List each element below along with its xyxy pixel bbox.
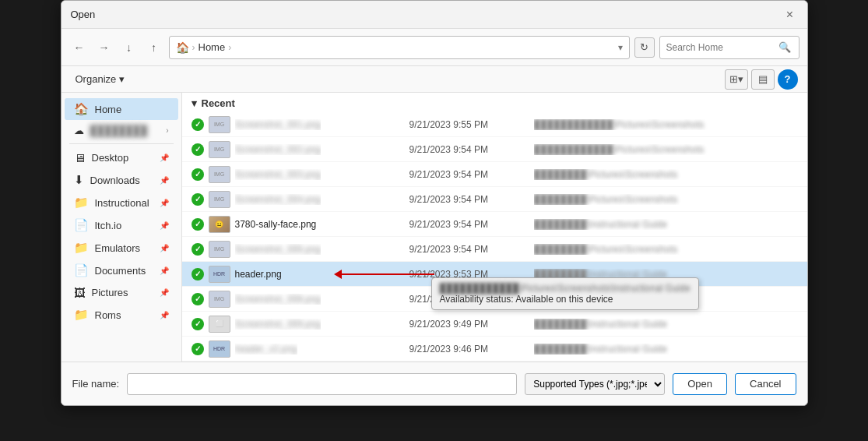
up-button[interactable]: ↑ bbox=[144, 37, 164, 58]
table-row[interactable]: IMG Screenshot_003.png 9/21/2023 9:54 PM… bbox=[182, 162, 807, 187]
table-row[interactable]: ⬜ Screenshot_009.png 9/21/2023 9:49 PM █… bbox=[182, 312, 807, 337]
recent-locations-button[interactable]: ↓ bbox=[119, 37, 139, 58]
pin-icon-desktop: 📌 bbox=[160, 153, 169, 162]
file-path: ████████\nshots bbox=[534, 294, 798, 305]
file-thumbnail: IMG bbox=[209, 241, 230, 258]
sidebar-item-cloud[interactable]: ☁ ████████ › bbox=[65, 121, 178, 140]
table-row[interactable]: IMG Screenshot_001.png 9/21/2023 9:55 PM… bbox=[182, 112, 807, 137]
file-path: ████████████\Pictures\Screenshots bbox=[534, 144, 798, 155]
file-list[interactable]: ▾ Recent IMG Screenshot_001.png 9/21/202… bbox=[182, 93, 807, 362]
file-thumbnail: ⬜ bbox=[209, 316, 230, 333]
file-thumbnail: IMG bbox=[209, 291, 230, 308]
file-path: ████████\Pictures\Screenshots bbox=[534, 244, 798, 255]
sidebar-label-desktop: Desktop bbox=[92, 152, 129, 164]
section-label: Recent bbox=[202, 97, 235, 109]
file-name: 3780-sally-face.png bbox=[235, 219, 317, 230]
sync-status-icon bbox=[192, 193, 204, 206]
filename-label: File name: bbox=[72, 378, 120, 390]
sidebar-item-home[interactable]: 🏠 Home bbox=[65, 98, 178, 120]
section-chevron-icon: ▾ bbox=[192, 97, 197, 109]
table-row[interactable]: IMG Screenshot_004.png 9/21/2023 9:54 PM… bbox=[182, 187, 807, 212]
sidebar-item-documents[interactable]: 📄 Documents 📌 bbox=[65, 259, 178, 281]
pin-icon-pictures: 📌 bbox=[160, 288, 169, 297]
sidebar-item-roms[interactable]: 📁 Roms 📌 bbox=[65, 304, 178, 326]
pane-button[interactable]: ▤ bbox=[751, 69, 775, 90]
file-thumbnail: IMG bbox=[209, 116, 230, 133]
pictures-icon: 🖼 bbox=[74, 286, 86, 299]
table-row[interactable]: 😐 3780-sally-face.png 9/21/2023 9:54 PM … bbox=[182, 212, 807, 237]
help-button[interactable]: ? bbox=[778, 69, 798, 90]
expand-chevron: › bbox=[166, 126, 168, 135]
file-icon-area: IMG Screenshot_008.png bbox=[192, 291, 409, 308]
sync-status-icon bbox=[192, 293, 204, 305]
sidebar-item-desktop[interactable]: 🖥 Desktop 📌 bbox=[65, 147, 178, 168]
organize-chevron-icon: ▾ bbox=[119, 73, 125, 85]
file-date: 9/21/2023 9:46 PM bbox=[409, 344, 534, 355]
view-icon: ⊞ bbox=[729, 73, 738, 85]
organize-button[interactable]: Organize ▾ bbox=[71, 71, 130, 87]
file-path: ████████\Pictures\Screenshots bbox=[534, 169, 798, 180]
file-thumbnail: IMG bbox=[209, 191, 230, 208]
sidebar-item-itch[interactable]: 📄 Itch.io 📌 bbox=[65, 214, 178, 236]
filetype-select[interactable]: Supported Types (*.jpg;*.jpeg;*. bbox=[525, 373, 665, 395]
address-dropdown-icon[interactable]: ▾ bbox=[618, 42, 623, 53]
file-date: 9/21/2023 9:54 PM bbox=[409, 169, 534, 180]
file-path: ████████████\Pictures\Screenshots bbox=[534, 119, 798, 130]
roms-icon: 📁 bbox=[74, 308, 89, 322]
cancel-button[interactable]: Cancel bbox=[735, 373, 796, 395]
file-icon-area: ⬜ Screenshot_009.png bbox=[192, 316, 409, 333]
open-button[interactable]: Open bbox=[673, 373, 727, 395]
organize-bar: Organize ▾ ⊞ ▾ ▤ ? bbox=[61, 66, 807, 93]
open-dialog: Open × ← → ↓ ↑ 🏠 › Home › ▾ ↻ 🔍 bbox=[61, 0, 808, 406]
file-date: 9/21/2023 9:54 PM bbox=[409, 244, 534, 255]
file-name: header_v2.png bbox=[235, 344, 297, 355]
table-row[interactable]: IMG Screenshot_006.png 9/21/2023 9:54 PM… bbox=[182, 237, 807, 262]
refresh-button[interactable]: ↻ bbox=[634, 37, 655, 58]
address-bar[interactable]: 🏠 › Home › ▾ bbox=[169, 36, 630, 59]
downloads-icon: ⬇ bbox=[74, 173, 84, 187]
file-icon-area: IMG Screenshot_002.png bbox=[192, 141, 409, 158]
file-name: Screenshot_008.png bbox=[235, 294, 322, 305]
itch-icon: 📄 bbox=[74, 218, 89, 232]
back-button[interactable]: ← bbox=[69, 37, 90, 58]
table-row[interactable]: HDR header.png 9/21/2023 9:53 PM ███████… bbox=[182, 262, 807, 287]
file-path: ████████\Pictures\Screenshots bbox=[534, 194, 798, 205]
forward-button[interactable]: → bbox=[94, 37, 114, 58]
file-date: 9/21/2023 9:51 PM bbox=[409, 294, 534, 305]
sidebar-item-downloads[interactable]: ⬇ Downloads 📌 bbox=[65, 169, 178, 191]
file-thumbnail: IMG bbox=[209, 141, 230, 158]
file-path: ████████\Instructional Guide bbox=[534, 219, 798, 230]
file-name: Screenshot_004.png bbox=[235, 194, 322, 205]
sidebar-label-documents: Documents bbox=[95, 265, 146, 277]
pin-icon-instructional: 📌 bbox=[160, 199, 169, 207]
table-row[interactable]: IMG Screenshot_008.png 9/21/2023 9:51 PM… bbox=[182, 287, 807, 312]
table-row[interactable]: IMG Screenshot_002.png 9/21/2023 9:54 PM… bbox=[182, 137, 807, 162]
filename-input[interactable] bbox=[127, 373, 517, 395]
section-header-recent[interactable]: ▾ Recent bbox=[182, 93, 807, 112]
organize-label: Organize bbox=[76, 73, 117, 85]
view-toggle-button[interactable]: ⊞ ▾ bbox=[725, 69, 748, 90]
close-button[interactable]: × bbox=[782, 7, 798, 23]
home-sidebar-icon: 🏠 bbox=[74, 102, 89, 116]
sidebar-item-instructional[interactable]: 📁 Instructional 📌 bbox=[65, 192, 178, 213]
dialog-title: Open bbox=[71, 9, 96, 20]
file-name: Screenshot_006.png bbox=[235, 244, 322, 255]
sync-status-icon bbox=[192, 118, 204, 131]
file-name: Screenshot_009.png bbox=[235, 319, 322, 330]
sidebar-label-itch: Itch.io bbox=[95, 220, 122, 231]
dialog-overlay: de 1 Open × ← → ↓ ↑ 🏠 › Home › ▾ ↻ 🔍 bbox=[61, 0, 808, 441]
table-row[interactable]: HDR header_v2.png 9/21/2023 9:46 PM ████… bbox=[182, 337, 807, 362]
sidebar-item-emulators[interactable]: 📁 Emulators 📌 bbox=[65, 237, 178, 259]
file-icon-area: 😐 3780-sally-face.png bbox=[192, 216, 409, 233]
search-icon: 🔍 bbox=[778, 41, 791, 53]
sidebar-item-pictures[interactable]: 🖼 Pictures 📌 bbox=[65, 282, 178, 303]
home-icon: 🏠 bbox=[176, 41, 189, 54]
sync-status-icon bbox=[192, 318, 204, 330]
search-input[interactable] bbox=[666, 42, 775, 53]
pin-icon-roms: 📌 bbox=[160, 311, 169, 319]
sidebar-label-pictures: Pictures bbox=[92, 287, 128, 298]
sync-status-icon bbox=[192, 143, 204, 156]
file-date: 9/21/2023 9:49 PM bbox=[409, 319, 534, 330]
sync-status-icon bbox=[192, 268, 204, 280]
sidebar-label-home: Home bbox=[95, 104, 122, 115]
